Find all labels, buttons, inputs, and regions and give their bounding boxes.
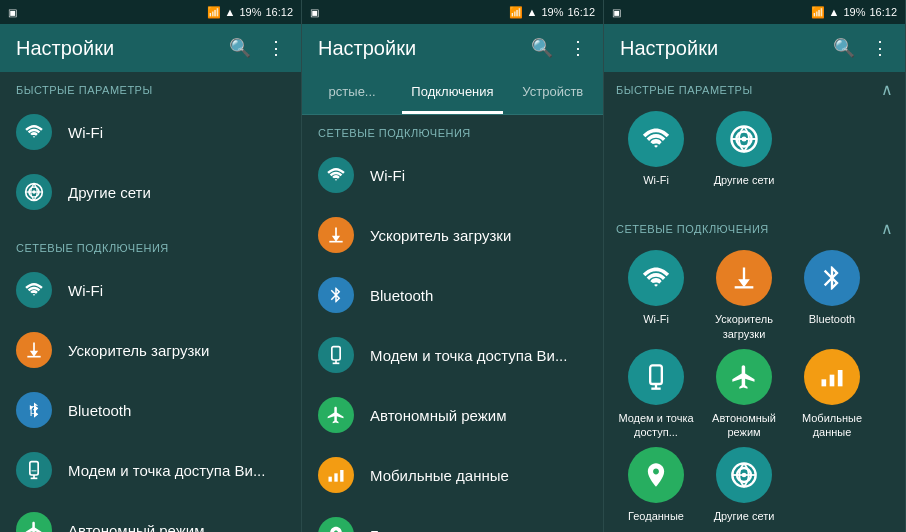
tab-devices-2[interactable]: Устройств bbox=[503, 72, 603, 114]
battery-percent-2: 19% bbox=[541, 6, 563, 18]
network-grid-row-2: Модем и точка доступ... Автономный режим… bbox=[616, 349, 893, 440]
mobile-data-grid-3[interactable]: Мобильные данные bbox=[792, 349, 872, 440]
bluetooth-label-2: Bluetooth bbox=[370, 287, 433, 304]
quick-wifi-item-1[interactable]: Wi-Fi bbox=[0, 102, 301, 162]
svg-rect-35 bbox=[822, 379, 827, 386]
tethering-item-1[interactable]: Модем и точка доступа Ви... bbox=[0, 440, 301, 500]
bluetooth-net-icon-3 bbox=[804, 250, 860, 306]
wifi-net-icon-3 bbox=[628, 250, 684, 306]
airplane-net-icon-3 bbox=[716, 349, 772, 405]
mobile-data-icon-2 bbox=[318, 457, 354, 493]
wifi-item-1[interactable]: Wi-Fi bbox=[0, 260, 301, 320]
battery-percent-3: 19% bbox=[843, 6, 865, 18]
time-1: 16:12 bbox=[265, 6, 293, 18]
download-booster-label-2: Ускоритель загрузки bbox=[370, 227, 511, 244]
signal-icon-3: ▲ bbox=[829, 6, 840, 18]
geodata-grid-3[interactable]: Геоданные bbox=[616, 447, 696, 523]
toolbar-2: Настройки 🔍 ⋮ bbox=[302, 24, 603, 72]
network-section-3: СЕТЕВЫЕ ПОДКЛЮЧЕНИЯ ∧ bbox=[604, 211, 905, 242]
sim-icon: ▣ bbox=[8, 7, 17, 18]
geodata-icon-2 bbox=[318, 517, 354, 532]
panel-2: ▣ 📶 ▲ 19% 16:12 Настройки 🔍 ⋮ рстые... П… bbox=[302, 0, 604, 532]
svg-rect-31 bbox=[735, 286, 754, 288]
sim-icon-3: ▣ bbox=[612, 7, 621, 18]
svg-rect-32 bbox=[650, 365, 662, 384]
wifi-status-icon: 📶 bbox=[207, 6, 221, 19]
svg-rect-36 bbox=[830, 375, 835, 387]
chevron-up-network-3[interactable]: ∧ bbox=[881, 219, 894, 238]
geodata-item-2[interactable]: Геоданные bbox=[302, 505, 603, 532]
svg-marker-30 bbox=[738, 268, 750, 288]
download-booster-1[interactable]: Ускоритель загрузки bbox=[0, 320, 301, 380]
quick-wifi-label-1: Wi-Fi bbox=[68, 124, 103, 141]
download-booster-net-icon-3 bbox=[716, 250, 772, 306]
other-networks-grid-icon-3 bbox=[716, 111, 772, 167]
download-booster-2[interactable]: Ускоритель загрузки bbox=[302, 205, 603, 265]
mobile-data-label-2: Мобильные данные bbox=[370, 467, 509, 484]
wifi-status-icon-2: 📶 bbox=[509, 6, 523, 19]
mobile-data-net-label-3: Мобильные данные bbox=[792, 411, 872, 440]
bluetooth-grid-3[interactable]: Bluetooth bbox=[792, 250, 872, 341]
svg-rect-19 bbox=[329, 477, 332, 482]
airplane-item-1[interactable]: Автономный режим bbox=[0, 500, 301, 532]
quick-wifi-grid-3[interactable]: Wi-Fi bbox=[616, 111, 696, 187]
search-icon-3[interactable]: 🔍 bbox=[833, 37, 855, 59]
quick-settings-label-3: БЫСТРЫЕ ПАРАМЕТРЫ bbox=[616, 84, 753, 96]
tab-connections-2[interactable]: Подключения bbox=[402, 72, 502, 114]
airplane-label-2: Автономный режим bbox=[370, 407, 506, 424]
svg-marker-4 bbox=[30, 343, 38, 357]
tethering-item-2[interactable]: Модем и точка доступа Ви... bbox=[302, 325, 603, 385]
download-booster-grid-3[interactable]: Ускоритель загрузки bbox=[704, 250, 784, 341]
status-right-3: 📶 ▲ 19% 16:12 bbox=[811, 6, 897, 19]
network-grid-row-1: Wi-Fi Ускоритель загрузки Bluetooth bbox=[616, 250, 893, 341]
wifi-icon-1 bbox=[16, 272, 52, 308]
tethering-label-2: Модем и точка доступа Ви... bbox=[370, 347, 567, 364]
tethering-grid-3[interactable]: Модем и точка доступ... bbox=[616, 349, 696, 440]
airplane-grid-3[interactable]: Автономный режим bbox=[704, 349, 784, 440]
time-2: 16:12 bbox=[567, 6, 595, 18]
tab-quick-2[interactable]: рстые... bbox=[302, 72, 402, 114]
toolbar-actions-2: 🔍 ⋮ bbox=[531, 37, 587, 59]
download-booster-label-1: Ускоритель загрузки bbox=[68, 342, 209, 359]
svg-rect-15 bbox=[329, 241, 342, 243]
wifi-item-2[interactable]: Wi-Fi bbox=[302, 145, 603, 205]
network-section-header-2: СЕТЕВЫЕ ПОДКЛЮЧЕНИЯ bbox=[302, 115, 603, 145]
status-left-2: ▣ bbox=[310, 7, 319, 18]
wifi-icon-2 bbox=[318, 157, 354, 193]
bluetooth-label-1: Bluetooth bbox=[68, 402, 131, 419]
other-networks-net-icon-3 bbox=[716, 447, 772, 503]
status-right-1: 📶 ▲ 19% 16:12 bbox=[207, 6, 293, 19]
svg-rect-16 bbox=[332, 347, 340, 360]
sim-icon-2: ▣ bbox=[310, 7, 319, 18]
search-icon-1[interactable]: 🔍 bbox=[229, 37, 251, 59]
svg-rect-37 bbox=[838, 370, 843, 386]
airplane-net-label-3: Автономный режим bbox=[704, 411, 784, 440]
quick-grid-row-1: Wi-Fi Другие сети bbox=[616, 111, 893, 187]
svg-text:β: β bbox=[30, 403, 37, 416]
battery-percent-1: 19% bbox=[239, 6, 261, 18]
airplane-item-2[interactable]: Автономный режим bbox=[302, 385, 603, 445]
bluetooth-item-2[interactable]: Bluetooth bbox=[302, 265, 603, 325]
status-bar-2: ▣ 📶 ▲ 19% 16:12 bbox=[302, 0, 603, 24]
wifi-icon-q1 bbox=[16, 114, 52, 150]
tethering-icon-1 bbox=[16, 452, 52, 488]
quick-other-label-1: Другие сети bbox=[68, 184, 151, 201]
quick-other-networks-1[interactable]: Другие сети bbox=[0, 162, 301, 222]
more-icon-3[interactable]: ⋮ bbox=[871, 37, 889, 59]
download-booster-net-label-3: Ускоритель загрузки bbox=[704, 312, 784, 341]
airplane-icon-2 bbox=[318, 397, 354, 433]
chevron-up-quick-3[interactable]: ∧ bbox=[881, 80, 894, 99]
svg-rect-7 bbox=[30, 462, 38, 475]
search-icon-2[interactable]: 🔍 bbox=[531, 37, 553, 59]
network-section-header-1: СЕТЕВЫЕ ПОДКЛЮЧЕНИЯ bbox=[0, 230, 301, 260]
bluetooth-item-1[interactable]: β Bluetooth bbox=[0, 380, 301, 440]
toolbar-3: Настройки 🔍 ⋮ bbox=[604, 24, 905, 72]
more-icon-2[interactable]: ⋮ bbox=[569, 37, 587, 59]
wifi-grid-3[interactable]: Wi-Fi bbox=[616, 250, 696, 341]
more-icon-1[interactable]: ⋮ bbox=[267, 37, 285, 59]
wifi-label-1: Wi-Fi bbox=[68, 282, 103, 299]
quick-other-grid-3[interactable]: Другие сети bbox=[704, 111, 784, 187]
other-networks-grid2-3[interactable]: Другие сети bbox=[704, 447, 784, 523]
tabs-2: рстые... Подключения Устройств bbox=[302, 72, 603, 115]
mobile-data-item-2[interactable]: Мобильные данные bbox=[302, 445, 603, 505]
